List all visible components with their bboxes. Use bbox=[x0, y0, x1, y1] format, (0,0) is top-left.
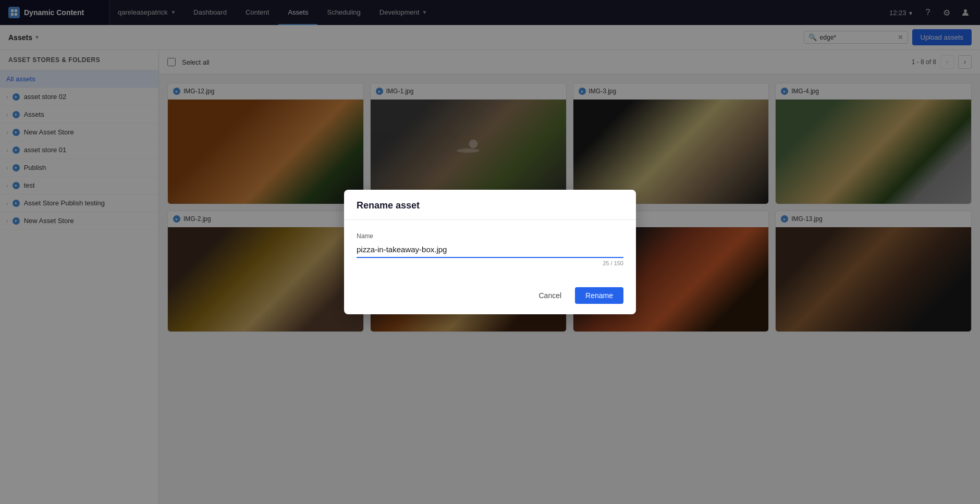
modal-body: Name 25 / 150 bbox=[344, 220, 636, 279]
rename-input[interactable] bbox=[357, 243, 623, 258]
cancel-button[interactable]: Cancel bbox=[530, 287, 570, 304]
rename-button[interactable]: Rename bbox=[575, 287, 623, 304]
modal-title: Rename asset bbox=[344, 190, 636, 220]
modal-overlay: Rename asset Name 25 / 150 Cancel Rename bbox=[0, 0, 980, 504]
modal-footer: Cancel Rename bbox=[344, 279, 636, 314]
rename-asset-modal: Rename asset Name 25 / 150 Cancel Rename bbox=[344, 190, 636, 314]
char-count: 25 / 150 bbox=[357, 260, 623, 266]
modal-field-label: Name bbox=[357, 232, 623, 240]
